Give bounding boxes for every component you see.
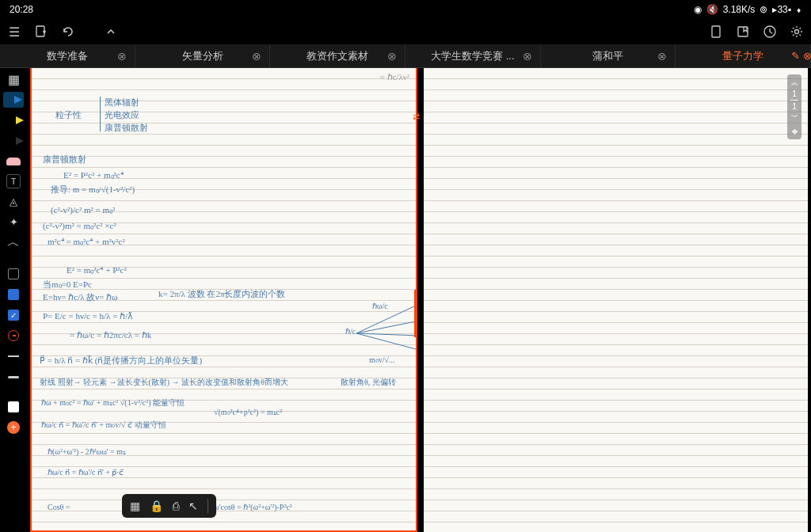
close-icon[interactable]: ⊗ <box>657 50 667 63</box>
net-speed: 3.18K/s <box>723 4 756 15</box>
tab-label: 教资作文素材 <box>307 49 368 63</box>
menu-icon[interactable]: ☰ <box>6 24 22 40</box>
close-icon[interactable]: ⊗ <box>387 50 397 63</box>
close-icon[interactable]: ⊗ <box>523 50 532 63</box>
tab-competition[interactable]: 大学生数学竞赛 ... ⊗ <box>406 44 541 67</box>
note-page-right[interactable]: ︽ 1 1 ︾ ❖ <box>424 68 808 532</box>
edit-icon[interactable]: ✎ <box>791 50 800 62</box>
shapes-tool-icon[interactable]: ◬ <box>3 193 24 209</box>
app-toolbar: ☰ <box>0 19 811 44</box>
tab-label: 量子力学 <box>722 49 763 63</box>
pen-black-tool[interactable] <box>3 133 24 149</box>
wifi-icon: ⊚ <box>760 4 767 15</box>
eraser-tool[interactable] <box>3 154 24 169</box>
note-page-left[interactable]: = ℏc/λν² 粒子性 黑体辐射 光电效应 康普顿散射 康普顿散射 E² = … <box>30 68 417 532</box>
color-red-ring[interactable] <box>3 328 24 344</box>
pointer-icon[interactable]: ↖ <box>188 500 198 512</box>
battery-indicator: ▸33▪ <box>772 4 791 15</box>
tab-math-prep[interactable]: 数学准备 ⊗ <box>0 44 135 67</box>
toolbar-divider <box>208 499 208 513</box>
add-tool-icon[interactable]: + <box>3 420 24 435</box>
status-time: 20:28 <box>10 4 33 15</box>
layers-icon[interactable]: ❖ <box>791 127 798 136</box>
page-add-icon[interactable] <box>33 24 49 40</box>
tool-palette: ▦ T ◬ ✦ ︿ ✓ + <box>0 68 27 532</box>
undo-icon[interactable] <box>60 24 76 40</box>
status-bar: 20:28 ◉ 🔇 3.18K/s ⊚ ▸33▪ ⬧ <box>0 0 811 19</box>
total-pages: 1 <box>792 102 797 111</box>
scroll-up-icon[interactable]: ︽ <box>791 78 798 88</box>
floating-toolbar[interactable]: ▦ 🔒 ⎙ ↖ <box>122 494 216 518</box>
bookmark-icon[interactable] <box>735 24 751 40</box>
ruled-lines <box>424 68 808 532</box>
text-tool-icon[interactable]: T <box>6 174 21 188</box>
pages-container: ⇄ = ℏc/λν² 粒子性 黑体辐射 光电效应 康普顿散射 康普顿散射 E² … <box>27 68 811 532</box>
tab-label: 蒲和平 <box>592 49 623 63</box>
main-area: ▦ T ◬ ✦ ︿ ✓ + ⇄ <box>0 68 811 532</box>
svg-point-6 <box>795 30 799 34</box>
svg-line-8 <box>356 321 416 333</box>
handwritten-content: = ℏc/λν² 粒子性 黑体辐射 光电效应 康普顿散射 康普顿散射 E² = … <box>32 68 416 530</box>
svg-rect-3 <box>712 26 720 37</box>
stroke-med[interactable] <box>3 369 24 385</box>
color-white[interactable] <box>3 399 24 415</box>
collapse-tools-icon[interactable]: ︿ <box>3 234 24 250</box>
grid-icon[interactable]: ▦ <box>130 500 140 512</box>
current-page: 1 <box>792 89 797 98</box>
close-icon[interactable]: ⊗ <box>117 50 127 63</box>
settings-icon[interactable] <box>789 24 805 40</box>
history-icon[interactable] <box>762 24 778 40</box>
stroke-thin[interactable] <box>3 348 24 364</box>
tab-quantum[interactable]: 量子力学 ✎ ⊗ ▤ <box>676 44 811 67</box>
page-icon[interactable] <box>708 24 724 40</box>
color-outline[interactable] <box>3 266 24 282</box>
tab-essay[interactable]: 教资作文素材 ⊗ <box>270 44 406 67</box>
mute-icon: 🔇 <box>706 4 718 15</box>
tab-puheping[interactable]: 蒲和平 ⊗ <box>541 44 676 67</box>
collapse-icon[interactable] <box>103 24 119 40</box>
charge-icon: ⬧ <box>796 4 801 15</box>
tab-label: 大学生数学竞赛 ... <box>431 49 514 63</box>
pen-yellow-tool[interactable] <box>3 112 24 128</box>
close-icon[interactable]: ⊗ <box>803 50 811 62</box>
color-check[interactable]: ✓ <box>3 307 24 323</box>
scroll-down-icon[interactable]: ︾ <box>791 112 798 123</box>
tab-label: 数学准备 <box>47 49 88 63</box>
tab-label: 矢量分析 <box>182 49 223 63</box>
page-divider-marker <box>414 290 417 337</box>
lock-icon[interactable]: 🔒 <box>150 500 163 512</box>
pen-blue-tool[interactable] <box>3 92 24 108</box>
layout-tool-icon[interactable]: ▦ <box>3 71 24 87</box>
eye-icon: ◉ <box>694 4 702 15</box>
svg-line-10 <box>356 333 416 349</box>
color-blue[interactable] <box>3 287 24 302</box>
svg-line-9 <box>356 333 417 336</box>
tab-vector[interactable]: 矢量分析 ⊗ <box>135 44 271 67</box>
save-icon[interactable]: ⎙ <box>173 500 179 512</box>
close-icon[interactable]: ⊗ <box>252 50 261 63</box>
tab-bar: 数学准备 ⊗ 矢量分析 ⊗ 教资作文素材 ⊗ 大学生数学竞赛 ... ⊗ 蒲和平… <box>0 44 811 68</box>
sync-icon[interactable]: ⇄ <box>413 112 420 122</box>
page-scroll-indicator[interactable]: ︽ 1 1 ︾ ❖ <box>787 74 801 139</box>
lasso-tool-icon[interactable]: ✦ <box>3 214 24 230</box>
